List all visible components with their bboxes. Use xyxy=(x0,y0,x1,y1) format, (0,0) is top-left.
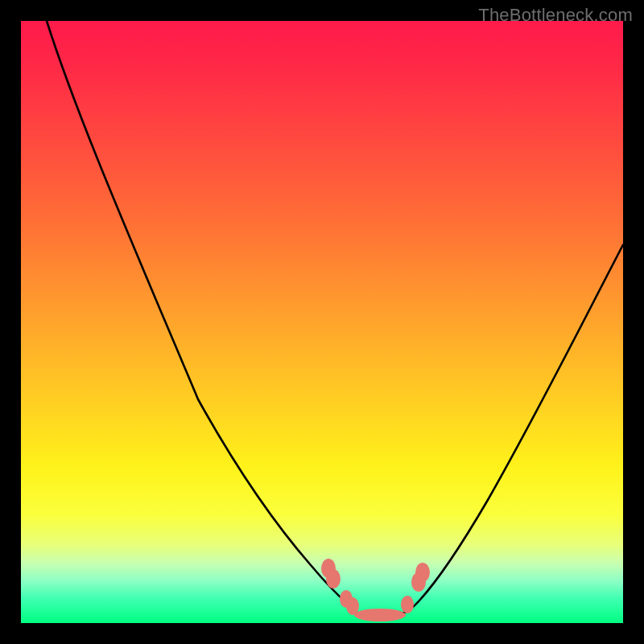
curve-layer xyxy=(21,21,623,623)
marker-right-lower xyxy=(401,596,414,613)
watermark-text: TheBottleneck.com xyxy=(478,5,633,26)
marker-left-upper-b xyxy=(326,569,341,588)
marker-right-upper-b xyxy=(411,572,426,592)
plot-area xyxy=(21,21,623,623)
marker-floor-bar xyxy=(354,609,406,621)
chart-frame: TheBottleneck.com xyxy=(0,0,644,644)
left-curve xyxy=(47,21,357,613)
right-curve xyxy=(402,245,623,613)
